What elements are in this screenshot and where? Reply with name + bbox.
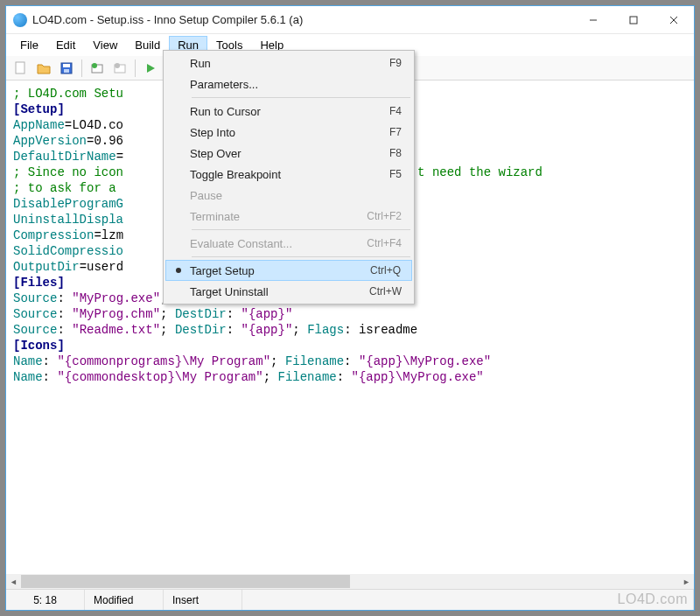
toolbar-separator (81, 60, 82, 77)
menuitem-accel: F4 (389, 105, 402, 117)
svg-rect-6 (63, 64, 70, 67)
menuitem-accel: F9 (389, 57, 402, 69)
new-file-button[interactable] (11, 59, 31, 78)
menuitem-label: Toggle Breakpoint (190, 168, 389, 181)
menuitem-label: Step Into (190, 126, 389, 139)
menuitem-accel: Ctrl+F4 (367, 237, 402, 249)
svg-rect-1 (630, 17, 637, 24)
menuitem-label: Target Setup (190, 264, 370, 277)
menuitem-label: Evaluate Constant... (190, 237, 367, 250)
statusbar: 5: 18 Modified Insert (6, 589, 694, 610)
run-menu-dropdown: RunF9Parameters...Run to CursorF4Step In… (163, 50, 415, 304)
menuitem-accel: F8 (389, 147, 402, 159)
stop-button[interactable] (110, 59, 130, 78)
save-file-button[interactable] (57, 59, 76, 78)
run-button[interactable] (141, 59, 160, 78)
titlebar: LO4D.com - Setup.iss - Inno Setup Compil… (6, 6, 694, 34)
menuitem-toggle-breakpoint[interactable]: Toggle BreakpointF5 (165, 164, 412, 185)
compile-button[interactable] (88, 59, 107, 78)
toolbar-separator (135, 60, 136, 77)
menuitem-label: Parameters... (190, 78, 402, 91)
menuitem-label: Target Uninstall (190, 285, 369, 298)
menuitem-run[interactable]: RunF9 (165, 52, 412, 74)
menuitem-terminate: TerminateCtrl+F2 (165, 206, 412, 227)
menuitem-accel: F5 (389, 168, 402, 180)
menuitem-accel: Ctrl+Q (370, 264, 401, 276)
scroll-thumb[interactable] (21, 575, 350, 588)
menuitem-label: Terminate (190, 210, 367, 223)
scroll-right-arrow[interactable]: ► (679, 574, 694, 589)
svg-point-11 (115, 63, 120, 68)
scroll-track[interactable] (21, 574, 679, 589)
status-insert-mode: Insert (164, 590, 242, 610)
app-icon (13, 13, 27, 27)
menuitem-label: Step Over (190, 147, 389, 160)
menuitem-run-to-cursor[interactable]: Run to CursorF4 (165, 101, 412, 122)
maximize-button[interactable] (613, 6, 654, 34)
menu-view[interactable]: View (84, 36, 126, 54)
menuitem-accel: F7 (389, 126, 402, 138)
menuitem-label: Run (190, 57, 389, 70)
svg-rect-7 (64, 69, 69, 73)
menuitem-step-into[interactable]: Step IntoF7 (165, 122, 412, 143)
menu-edit[interactable]: Edit (47, 36, 84, 54)
status-cursor-pos: 5: 18 (6, 590, 85, 610)
menuitem-target-setup[interactable]: Target SetupCtrl+Q (165, 260, 412, 281)
svg-rect-4 (16, 62, 24, 74)
menuitem-target-uninstall[interactable]: Target UninstallCtrl+W (165, 281, 412, 302)
menu-file[interactable]: File (11, 36, 47, 54)
menuitem-label: Run to Cursor (190, 105, 389, 118)
menuitem-evaluate-constant: Evaluate Constant...Ctrl+F4 (165, 233, 412, 254)
status-modified: Modified (85, 590, 164, 610)
window-title: LO4D.com - Setup.iss - Inno Setup Compil… (32, 13, 573, 26)
svg-point-9 (92, 63, 97, 68)
close-button[interactable] (654, 6, 694, 34)
menuitem-step-over[interactable]: Step OverF8 (165, 143, 412, 164)
watermark: LO4D.com (618, 592, 688, 607)
menuitem-accel: Ctrl+W (369, 285, 402, 298)
svg-marker-12 (147, 64, 155, 73)
menuitem-parameters[interactable]: Parameters... (165, 74, 412, 94)
horizontal-scrollbar[interactable]: ◄ ► (6, 574, 694, 589)
scroll-left-arrow[interactable]: ◄ (6, 574, 21, 589)
menuitem-pause: Pause (165, 185, 412, 206)
menuitem-accel: Ctrl+F2 (367, 210, 402, 222)
minimize-button[interactable] (573, 6, 613, 34)
open-file-button[interactable] (34, 59, 53, 78)
menuitem-label: Pause (190, 189, 402, 202)
